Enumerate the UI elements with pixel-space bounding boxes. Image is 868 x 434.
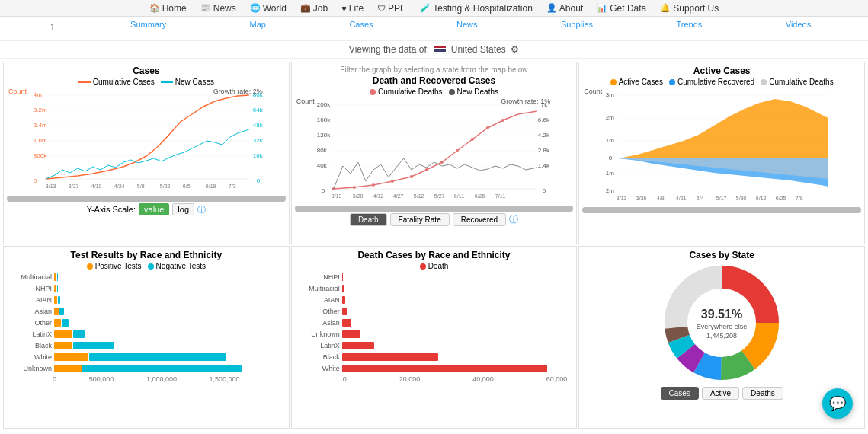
new-cases-line <box>161 81 173 83</box>
svg-text:Everywhere else: Everywhere else <box>697 323 748 330</box>
subnav-trends[interactable]: Trends <box>669 20 710 29</box>
y-axis-scale: Y-Axis Scale: value log ⓘ <box>7 203 286 215</box>
svg-text:32k: 32k <box>253 137 264 144</box>
race-deaths-legend: Death <box>295 262 574 270</box>
svg-text:2.8k: 2.8k <box>537 147 549 154</box>
svg-point-53 <box>470 138 473 141</box>
svg-text:2.4m: 2.4m <box>34 122 47 129</box>
scale-log-btn[interactable]: log <box>172 203 194 215</box>
bar-latinx: LatinX <box>10 329 283 340</box>
black-negative-bar <box>73 342 114 349</box>
negative-dot <box>148 263 154 270</box>
svg-text:80k: 80k <box>316 147 327 154</box>
svg-text:3/27: 3/27 <box>69 183 79 189</box>
settings-icon[interactable]: ⚙ <box>511 44 519 55</box>
active-cases-scroll[interactable] <box>582 207 861 213</box>
svg-text:1.4k: 1.4k <box>537 162 549 169</box>
svg-text:5/4: 5/4 <box>697 196 704 201</box>
svg-text:200k: 200k <box>316 101 330 108</box>
flag-icon <box>434 46 446 54</box>
state-cases-btn[interactable]: Cases <box>661 387 699 400</box>
growth-rate-death: Growth rate: 1% <box>501 97 550 105</box>
fatality-rate-btn[interactable]: Fatality Rate <box>390 213 450 226</box>
nav-getdata[interactable]: 📊 Get Data <box>591 2 652 15</box>
bar-other: Other <box>10 318 283 328</box>
death-scroll[interactable] <box>295 206 574 212</box>
svg-text:0: 0 <box>34 177 37 184</box>
race-tests-panel: Test Results by Race and Ethnicity Posit… <box>3 246 290 429</box>
legend-positive: Positive Tests <box>87 262 142 270</box>
nav-life[interactable]: ♥ Life <box>335 2 370 15</box>
svg-point-47 <box>371 183 374 187</box>
growth-rate-cases: Growth rate: 2% <box>213 88 263 95</box>
nav-job[interactable]: 💼 Job <box>294 2 334 15</box>
subnav-news[interactable]: News <box>449 20 485 29</box>
nhpi-death-bar <box>342 273 343 281</box>
nav-ppe[interactable]: 🛡 PPE <box>371 2 412 15</box>
svg-text:3/13: 3/13 <box>331 193 341 199</box>
asian-death-bar <box>342 319 351 327</box>
scale-value-btn[interactable]: value <box>139 203 169 215</box>
state-active-btn[interactable]: Active <box>702 387 739 400</box>
subnav-cases[interactable]: Cases <box>341 20 380 29</box>
svg-text:160k: 160k <box>316 116 330 123</box>
svg-text:7/3: 7/3 <box>229 183 236 189</box>
death-btn[interactable]: Death <box>350 213 387 226</box>
race-tests-bars: Multiracial NHPI AIAN <box>7 272 286 374</box>
svg-point-49 <box>409 175 412 178</box>
svg-text:6/19: 6/19 <box>206 183 216 189</box>
scale-info-icon[interactable]: ⓘ <box>197 204 206 215</box>
cases-chart-title: Cases <box>7 65 286 76</box>
multiracial-positive-bar <box>54 273 56 281</box>
scroll-up-arrow[interactable]: ↑ <box>50 20 55 32</box>
recovered-btn[interactable]: Recovered <box>453 213 506 226</box>
svg-text:4/12: 4/12 <box>373 193 383 199</box>
death-bar-asian: Asian <box>298 318 571 328</box>
getdata-icon: 📊 <box>597 3 607 13</box>
subnav-summary[interactable]: Summary <box>123 20 174 29</box>
multiracial-negative-bar <box>57 273 58 281</box>
latinx-death-bar <box>342 342 374 349</box>
svg-text:40k: 40k <box>316 162 327 169</box>
viewing-bar: Viewing the data of: United States ⚙ <box>0 41 868 59</box>
active-cases-title: Active Cases <box>582 65 861 76</box>
cumulative-deaths-dot <box>370 89 376 95</box>
nav-world[interactable]: 🌐 World <box>244 2 293 15</box>
home-icon: 🏠 <box>149 3 160 13</box>
cases-scroll[interactable] <box>7 196 286 202</box>
white-death-bar <box>342 365 548 372</box>
svg-text:1m: 1m <box>606 137 614 144</box>
nav-testing[interactable]: 🧪 Testing & Hospitalization <box>414 2 539 15</box>
active-cases-panel: Active Cases Active Cases Cumulative Rec… <box>578 62 865 244</box>
death-chart-title: Death and Recovered Cases <box>295 75 574 86</box>
svg-text:4/8: 4/8 <box>657 196 665 201</box>
subnav-map[interactable]: Map <box>242 20 274 29</box>
death-buttons: Death Fatality Rate Recovered ⓘ <box>295 213 574 226</box>
active-cases-dot <box>610 79 617 85</box>
subnav-supplies[interactable]: Supplies <box>553 20 601 29</box>
death-legend: Cumulative Deaths New Deaths <box>295 88 574 96</box>
nav-news[interactable]: 📰 News <box>194 2 242 15</box>
svg-text:0: 0 <box>609 155 613 161</box>
chat-bubble[interactable]: 💬 <box>822 388 853 419</box>
bar-white: White <box>10 352 283 362</box>
white-positive-bar <box>54 353 88 361</box>
death-info-icon[interactable]: ⓘ <box>509 213 518 226</box>
death-bar-other: Other <box>298 306 571 317</box>
bar-nhpi: NHPI <box>10 283 283 294</box>
svg-point-50 <box>424 168 428 171</box>
legend-cumulative-deaths-active: Cumulative Deaths <box>761 78 833 86</box>
svg-text:3/13: 3/13 <box>617 196 627 201</box>
latinx-positive-bar <box>54 330 72 338</box>
svg-text:2m: 2m <box>606 114 614 121</box>
nav-about[interactable]: 👤 About <box>540 2 589 15</box>
aian-positive-bar <box>54 296 57 304</box>
subnav-videos[interactable]: Videos <box>778 20 818 29</box>
support-icon: 🔔 <box>660 3 671 13</box>
world-icon: 🌐 <box>250 3 261 13</box>
nav-support[interactable]: 🔔 Support Us <box>654 2 725 15</box>
cumulative-deaths-active-dot <box>761 79 767 85</box>
svg-text:4/21: 4/21 <box>676 196 687 201</box>
nav-home[interactable]: 🏠 Home <box>143 2 193 15</box>
state-deaths-btn[interactable]: Deaths <box>742 387 783 400</box>
